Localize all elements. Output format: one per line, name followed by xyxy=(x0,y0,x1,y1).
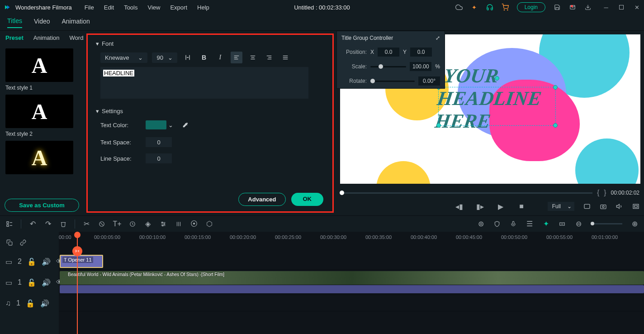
italic-icon[interactable]: I xyxy=(214,52,226,63)
menu-file[interactable]: File xyxy=(85,4,94,11)
audio-mixer-icon[interactable] xyxy=(175,220,183,228)
fit-zoom-icon[interactable] xyxy=(558,220,566,228)
cart-icon[interactable] xyxy=(502,4,509,11)
headphones-icon[interactable] xyxy=(486,4,493,11)
subtab-preset[interactable]: Preset xyxy=(5,34,24,41)
lock-icon[interactable]: 🔓 xyxy=(27,278,36,287)
track-header-video[interactable]: ▭1 🔓 🔊 👁 xyxy=(0,270,59,295)
advanced-button[interactable]: Advanced xyxy=(238,193,285,206)
download-icon[interactable] xyxy=(584,4,592,11)
timeline-track-overlay[interactable]: T Opener 11 xyxy=(59,253,644,270)
marker-icon[interactable] xyxy=(98,220,106,228)
align-left-icon[interactable] xyxy=(231,52,242,63)
menu-view[interactable]: View xyxy=(147,4,160,11)
font-size-dropdown[interactable]: 90 ⌄ xyxy=(152,52,177,63)
character-spacing-icon[interactable] xyxy=(182,52,194,63)
lock-icon[interactable]: 🔓 xyxy=(27,258,36,266)
mic-icon[interactable] xyxy=(509,220,517,228)
rotate-input[interactable]: 0.00° xyxy=(418,76,440,86)
delete-icon[interactable] xyxy=(59,220,67,228)
text-color-picker[interactable]: ⌄ xyxy=(146,120,173,129)
add-track-icon[interactable] xyxy=(5,220,14,228)
track-header-overlay[interactable]: ▭2 🔓 🔊 👁 xyxy=(0,253,59,270)
adjust-icon[interactable]: ☰ xyxy=(526,220,534,228)
menu-export[interactable]: Export xyxy=(170,4,187,11)
selection-box[interactable] xyxy=(438,87,556,126)
menu-tools[interactable]: Tools xyxy=(124,4,137,11)
save-as-custom-button[interactable]: Save as Custom xyxy=(5,199,79,212)
scale-input[interactable]: 100.00 xyxy=(410,62,431,71)
volume-icon[interactable] xyxy=(616,203,623,210)
preview-scale-dropdown[interactable]: Full⌄ xyxy=(548,202,574,211)
lock-icon[interactable]: 🔓 xyxy=(26,299,35,308)
tab-video[interactable]: Video xyxy=(34,18,50,28)
preset-item[interactable]: A Text style 2 xyxy=(5,95,78,137)
login-button[interactable]: Login xyxy=(517,2,545,12)
collapse-icon[interactable]: ⤢ xyxy=(436,35,440,41)
shield-icon[interactable] xyxy=(493,220,501,228)
zoom-in-icon[interactable]: ⊕ xyxy=(630,220,639,228)
ok-button[interactable]: OK xyxy=(291,193,324,206)
preview-scrubber[interactable] xyxy=(341,192,592,194)
snapshot-icon[interactable] xyxy=(600,203,607,210)
align-justify-icon[interactable] xyxy=(279,52,291,63)
video-clip[interactable]: Beautiful World - Wild Animals (Petar Mi… xyxy=(60,271,644,285)
save-icon[interactable] xyxy=(554,4,561,11)
audio-waveform[interactable] xyxy=(60,285,644,293)
fullscreen-icon[interactable] xyxy=(632,203,639,210)
position-x-input[interactable]: 0.0 xyxy=(378,48,399,57)
eyedropper-icon[interactable] xyxy=(180,119,191,131)
maximize-icon[interactable] xyxy=(618,4,625,11)
keyframe-icon[interactable]: ⬡ xyxy=(205,220,213,228)
subtab-animation[interactable]: Animation xyxy=(33,34,60,41)
font-family-dropdown[interactable]: Knewave ⌄ xyxy=(100,52,147,63)
cloud-icon[interactable] xyxy=(455,4,463,11)
playback-quality-icon[interactable] xyxy=(583,203,591,210)
position-y-input[interactable]: 0.0 xyxy=(410,48,432,57)
timeline-track-video[interactable]: Beautiful World - Wild Animals (Petar Mi… xyxy=(59,270,644,295)
bold-icon[interactable]: B xyxy=(198,52,210,63)
title-text-input[interactable]: HEADLINE xyxy=(100,67,308,99)
minimize-icon[interactable]: ─ xyxy=(602,4,610,11)
timeline-tracks[interactable]: 00:00 00:00:05:00 00:00:10:00 00:00:15:0… xyxy=(59,232,644,334)
preset-item[interactable]: A xyxy=(5,141,78,174)
stop-icon[interactable]: ■ xyxy=(518,203,525,210)
scale-slider[interactable] xyxy=(370,66,406,67)
preset-item[interactable]: A Text style 1 xyxy=(5,48,78,91)
play-icon[interactable]: ▶ xyxy=(497,203,504,210)
close-icon[interactable]: ✕ xyxy=(633,4,640,11)
timeline-ruler[interactable]: 00:00 00:00:05:00 00:00:10:00 00:00:15:0… xyxy=(59,232,644,253)
magnetic-icon[interactable]: ✦ xyxy=(542,220,550,228)
align-right-icon[interactable] xyxy=(263,52,275,63)
mute-icon[interactable]: 🔊 xyxy=(42,278,51,287)
track-header-audio[interactable]: ♫1 🔓 🔊 xyxy=(0,295,59,311)
playhead[interactable] xyxy=(77,232,78,334)
color-tag-icon[interactable]: ◈ xyxy=(144,220,152,228)
line-space-input[interactable]: 0 xyxy=(146,153,172,163)
font-section-header[interactable]: ▾ Font xyxy=(96,40,324,47)
menu-help[interactable]: Help xyxy=(197,4,209,11)
effects-store-icon[interactable]: ✦ xyxy=(471,4,478,11)
text-space-input[interactable]: 0 xyxy=(146,137,172,147)
mute-icon[interactable]: 🔊 xyxy=(42,258,51,266)
tab-animation[interactable]: Animation xyxy=(62,18,90,28)
undo-icon[interactable]: ↶ xyxy=(28,220,37,228)
mark-in-icon[interactable]: { xyxy=(597,189,599,197)
title-group-controller-panel[interactable]: Title Group Controller⤢ Position: X 0.0 … xyxy=(336,31,445,89)
render-icon[interactable]: ⦿ xyxy=(190,220,198,228)
timeline-track-audio[interactable] xyxy=(59,295,644,311)
copy-icon[interactable] xyxy=(5,239,14,247)
link-icon[interactable] xyxy=(19,239,27,247)
message-icon[interactable] xyxy=(569,4,576,11)
zoom-slider[interactable] xyxy=(591,223,622,224)
filters-icon[interactable] xyxy=(159,220,167,228)
next-frame-icon[interactable]: ▮▸ xyxy=(476,203,483,210)
speed-icon[interactable] xyxy=(128,220,137,228)
settings-section-header[interactable]: ▾ Settings xyxy=(96,108,324,115)
prev-frame-icon[interactable]: ◂▮ xyxy=(455,203,463,210)
align-center-icon[interactable] xyxy=(247,52,259,63)
zoom-out-icon[interactable]: ⊖ xyxy=(574,220,582,228)
add-text-icon[interactable]: T+ xyxy=(113,220,121,228)
tab-titles[interactable]: Titles xyxy=(7,17,22,28)
rotate-slider[interactable] xyxy=(370,81,415,82)
